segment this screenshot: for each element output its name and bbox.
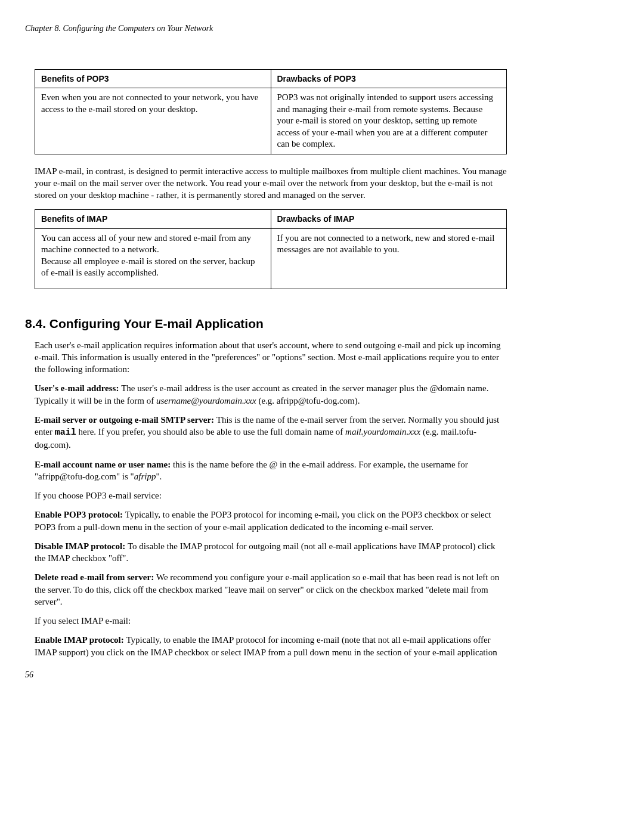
text-italic: afripp [134, 472, 156, 481]
para-enable-pop3: Enable POP3 protocol: Typically, to enab… [35, 509, 507, 533]
imap-benefits-cell: You can access all of your new and store… [35, 228, 271, 289]
imap-intro-paragraph: IMAP e-mail, in contrast, is designed to… [35, 165, 507, 202]
table-row: You can access all of your new and store… [35, 228, 507, 289]
content-area: Benefits of POP3 Drawbacks of POP3 Even … [25, 69, 619, 289]
chapter-header: Chapter 8. Configuring the Computers on … [25, 24, 619, 33]
para-delete-read: Delete read e-mail from server: We recom… [35, 571, 507, 608]
label-enable-pop3: Enable POP3 protocol: [35, 510, 125, 519]
text-italic: username@yourdomain.xxx [156, 396, 256, 405]
text: (e.g. afripp@tofu-dog.com). [256, 396, 360, 405]
pop3-drawbacks-cell: POP3 was not originally intended to supp… [271, 88, 507, 154]
text: here. If you prefer, you should also be … [76, 427, 345, 436]
section-title: 8.4. Configuring Your E-mail Application [25, 317, 619, 331]
label-account-name: E-mail account name or user name: [35, 460, 173, 469]
section-intro: Each user's e-mail application requires … [35, 339, 507, 376]
pop3-benefits-cell: Even when you are not connected to your … [35, 88, 271, 154]
para-enable-imap: Enable IMAP protocol: Typically, to enab… [35, 634, 507, 658]
imap-drawbacks-header: Drawbacks of IMAP [271, 210, 507, 228]
imap-benefits-line2: Because all employee e-mail is stored on… [41, 256, 255, 278]
table-row: Even when you are not connected to your … [35, 88, 507, 154]
section-body: Each user's e-mail application requires … [25, 339, 619, 658]
label-email-address: User's e-mail address: [35, 383, 121, 393]
document-page: Chapter 8. Configuring the Computers on … [0, 0, 644, 704]
table-row: Benefits of IMAP Drawbacks of IMAP [35, 210, 507, 228]
para-pop-choose: If you choose POP3 e-mail service: [35, 490, 507, 501]
text-italic: mail.yourdomain.xxx [345, 427, 420, 436]
para-disable-imap: Disable IMAP protocol: To disable the IM… [35, 540, 507, 565]
table-row: Benefits of POP3 Drawbacks of POP3 [35, 70, 507, 88]
label-disable-imap: Disable IMAP protocol: [35, 541, 128, 551]
para-account-name: E-mail account name or user name: this i… [35, 459, 507, 483]
label-smtp: E-mail server or outgoing e-mail SMTP se… [35, 415, 216, 425]
pop3-benefits-header: Benefits of POP3 [35, 70, 271, 88]
para-imap-choose: If you select IMAP e-mail: [35, 615, 507, 627]
imap-table: Benefits of IMAP Drawbacks of IMAP You c… [35, 209, 507, 289]
para-email-address: User's e-mail address: The user's e-mail… [35, 382, 507, 407]
label-enable-imap: Enable IMAP protocol: [35, 635, 126, 645]
text: ". [156, 472, 162, 481]
imap-drawbacks-cell: If you are not connected to a network, n… [271, 228, 507, 289]
imap-benefits-header: Benefits of IMAP [35, 210, 271, 228]
para-smtp-server: E-mail server or outgoing e-mail SMTP se… [35, 414, 507, 451]
pop3-table: Benefits of POP3 Drawbacks of POP3 Even … [35, 69, 507, 154]
pop3-drawbacks-header: Drawbacks of POP3 [271, 70, 507, 88]
label-delete-read: Delete read e-mail from server: [35, 572, 156, 582]
page-number: 56 [25, 670, 619, 680]
imap-benefits-line1: You can access all of your new and store… [41, 233, 251, 255]
text-mono: mail [55, 428, 76, 438]
